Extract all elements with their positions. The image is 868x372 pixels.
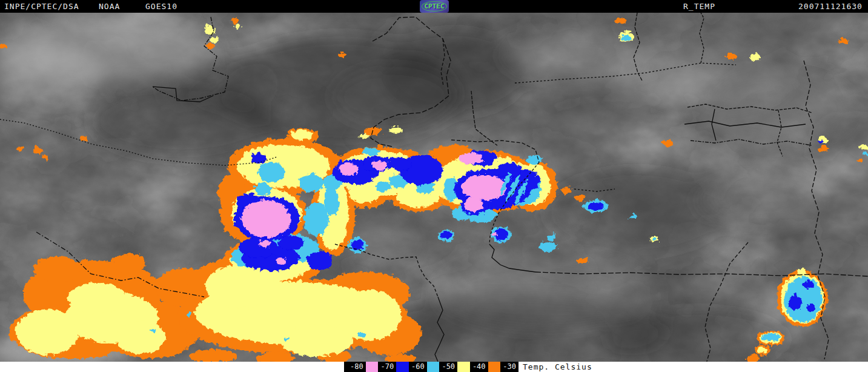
satellite-image [0,13,868,362]
legend-label--60: -60 [409,362,427,372]
logo-text: CPTEC [424,2,444,10]
header-bar: INPE/CPTEC/DSA NOAA GOES10 CPTEC R_TEMP … [0,0,868,13]
satellite-label: GOES10 [145,0,177,13]
legend-swatch-3 [457,362,470,372]
legend-swatch-1 [396,362,409,372]
legend-swatch-0 [366,362,379,372]
footer-bar: -80-70-60-50-40-30 Temp. Celsius [0,362,868,372]
legend-swatch-4 [488,362,501,372]
legend-title: Temp. Celsius [523,362,592,372]
agency-label: INPE/CPTEC/DSA [4,0,79,13]
satellite-map-svg [0,13,868,362]
product-label: R_TEMP [683,0,715,13]
legend-label--30: -30 [500,362,518,372]
temperature-legend: -80-70-60-50-40-30 [344,362,518,372]
satellite-product-window: INPE/CPTEC/DSA NOAA GOES10 CPTEC R_TEMP … [0,0,868,372]
legend-label--40: -40 [470,362,488,372]
legend-label--70: -70 [378,362,396,372]
legend-label--80: -80 [348,362,366,372]
legend-swatch-2 [427,362,440,372]
cptec-logo: CPTEC [420,0,449,13]
legend-label--50: -50 [439,362,457,372]
timestamp-label: 200711121630 [798,0,863,13]
noaa-label: NOAA [99,0,120,13]
